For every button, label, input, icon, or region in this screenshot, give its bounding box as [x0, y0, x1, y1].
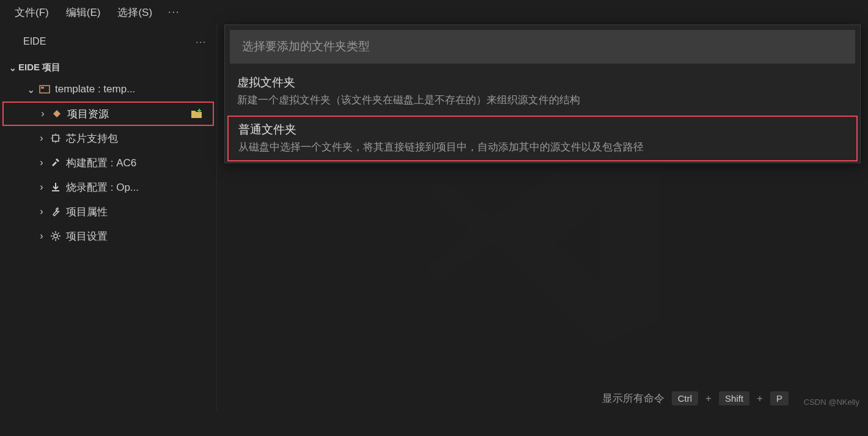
menubar: 文件(F) 编辑(E) 选择(S) ··· — [0, 0, 868, 24]
menu-edit[interactable]: 编辑(E) — [57, 2, 109, 23]
command-palette-hint: 显示所有命令 Ctrl + Shift + P — [602, 391, 789, 405]
svg-rect-1 — [41, 87, 44, 89]
sidebar: EIDE ··· ⌄ EIDE 项目 ⌄ template : temp... … — [0, 24, 217, 412]
resources-icon — [49, 108, 65, 120]
option-title: 虚拟文件夹 — [237, 75, 848, 91]
tree-label: 烧录配置 : Op... — [66, 180, 139, 194]
sidebar-more-icon[interactable]: ··· — [196, 37, 207, 46]
wrench-icon — [48, 205, 64, 218]
watermark: CSDN @NKelly — [804, 397, 859, 407]
plus-icon: + — [705, 393, 712, 405]
option-desc: 新建一个虚拟文件夹（该文件夹在磁盘上是不存在的）来组织源文件的结构 — [237, 93, 848, 107]
tree-item-flash-config[interactable]: › 烧录配置 : Op... — [0, 175, 216, 199]
option-title: 普通文件夹 — [238, 122, 847, 138]
svg-rect-3 — [197, 110, 201, 111]
chevron-down-icon: ⌄ — [7, 63, 18, 73]
chevron-right-icon: › — [35, 157, 48, 168]
add-folder-icon[interactable] — [191, 108, 203, 119]
menu-file[interactable]: 文件(F) — [6, 2, 57, 23]
section-eide-projects[interactable]: ⌄ EIDE 项目 — [0, 58, 216, 77]
kbd-shift: Shift — [719, 391, 749, 405]
menu-overflow-icon[interactable]: ··· — [161, 3, 187, 21]
svg-point-9 — [54, 234, 57, 238]
tree-label: 构建配置 : AC6 — [66, 156, 136, 170]
chevron-down-icon: ⌄ — [24, 84, 37, 95]
chevron-right-icon: › — [35, 206, 48, 217]
section-label: EIDE 项目 — [18, 62, 61, 73]
chip-icon — [48, 132, 64, 144]
quickpick-option-virtual-folder[interactable]: 虚拟文件夹 新建一个虚拟文件夹（该文件夹在磁盘上是不存在的）来组织源文件的结构 — [225, 68, 860, 114]
sidebar-title: EIDE — [23, 36, 46, 47]
quickpick: 选择要添加的文件夹类型 虚拟文件夹 新建一个虚拟文件夹（该文件夹在磁盘上是不存在… — [224, 24, 861, 163]
project-icon — [37, 83, 53, 95]
tree-item-project-settings[interactable]: › 项目设置 — [0, 224, 216, 248]
hammer-icon — [48, 157, 64, 169]
tree-label: 芯片支持包 — [66, 131, 118, 146]
plus-icon: + — [757, 393, 763, 405]
menu-select[interactable]: 选择(S) — [109, 2, 161, 23]
chevron-right-icon: › — [35, 231, 48, 242]
tree-label: 项目资源 — [67, 107, 109, 121]
tree-item-build-config[interactable]: › 构建配置 : AC6 — [0, 150, 216, 175]
tree-label: template : temp... — [55, 83, 135, 95]
editor-area: 选择要添加的文件夹类型 虚拟文件夹 新建一个虚拟文件夹（该文件夹在磁盘上是不存在… — [217, 24, 868, 412]
tree-item-chip-support[interactable]: › 芯片支持包 — [0, 126, 216, 150]
chevron-right-icon: › — [35, 133, 48, 144]
gear-icon — [48, 230, 64, 242]
option-desc: 从磁盘中选择一个文件夹，将其直接链接到项目中，自动添加其中的源文件以及包含路径 — [238, 140, 847, 154]
quickpick-input[interactable]: 选择要添加的文件夹类型 — [230, 30, 855, 64]
kbd-ctrl: Ctrl — [672, 391, 698, 405]
kbd-p: P — [770, 391, 789, 405]
sidebar-header: EIDE ··· — [0, 24, 216, 58]
tree-item-project-props[interactable]: › 项目属性 — [0, 199, 216, 224]
quickpick-option-normal-folder[interactable]: 普通文件夹 从磁盘中选择一个文件夹，将其直接链接到项目中，自动添加其中的源文件以… — [227, 116, 858, 161]
hint-text: 显示所有命令 — [602, 391, 664, 405]
tree-label: 项目属性 — [66, 205, 108, 219]
chevron-right-icon: › — [37, 108, 49, 119]
svg-rect-0 — [40, 86, 50, 93]
tree-label: 项目设置 — [66, 229, 108, 243]
chevron-right-icon: › — [35, 182, 48, 193]
tree-item-project-resources[interactable]: › 项目资源 — [2, 102, 214, 126]
svg-rect-4 — [53, 135, 59, 141]
tree-project-root[interactable]: ⌄ template : temp... — [0, 77, 216, 102]
download-icon — [48, 181, 64, 193]
